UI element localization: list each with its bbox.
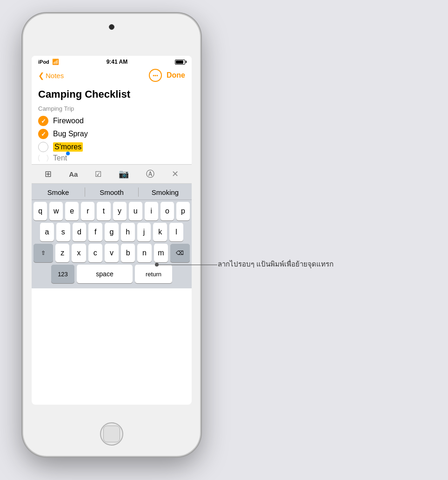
nav-bar: ❮ Notes ••• Done — [32, 67, 192, 85]
markup-icon[interactable]: Ⓐ — [146, 168, 154, 180]
key-j[interactable]: j — [137, 223, 151, 241]
key-q[interactable]: q — [33, 202, 47, 220]
camera — [109, 24, 114, 30]
annotation-line — [157, 265, 217, 265]
checkbox-smores[interactable] — [38, 142, 48, 152]
keyboard-row-2: a s d f g h j k l — [33, 223, 190, 241]
battery-icon — [175, 60, 185, 65]
scene: iPod 📶 9:41 AM ❮ Notes ••• — [0, 0, 448, 480]
table-icon[interactable]: ⊞ — [45, 169, 52, 179]
key-a[interactable]: a — [40, 223, 54, 241]
item-text-tent: Tent — [53, 155, 67, 161]
formatting-toolbar: ⊞ Aa ☑︎ 📷 Ⓐ ✕ — [32, 164, 192, 184]
nav-actions: ••• Done — [149, 69, 185, 82]
key-shift[interactable]: ⇧ — [33, 244, 53, 262]
key-z[interactable]: z — [55, 244, 69, 262]
key-h[interactable]: h — [121, 223, 135, 241]
annotation-text: ลากไปรอบๆ แป้นพิมพ์เพื่อย้ายจุดแทรก — [218, 259, 334, 270]
key-e[interactable]: e — [65, 202, 79, 220]
key-space[interactable]: space — [77, 265, 133, 283]
key-k[interactable]: k — [153, 223, 167, 241]
keyboard-row-1: q w e r t y u i o p — [33, 202, 190, 220]
key-d[interactable]: d — [73, 223, 87, 241]
checklist-item-tent[interactable]: Tent — [38, 155, 185, 161]
carrier-label: iPod 📶 — [38, 59, 59, 65]
status-bar: iPod 📶 9:41 AM — [32, 56, 192, 67]
device: iPod 📶 9:41 AM ❮ Notes ••• — [23, 14, 200, 456]
checkbox-firewood[interactable] — [38, 116, 48, 126]
font-icon[interactable]: Aa — [69, 170, 78, 178]
note-title[interactable]: Camping Checklist — [38, 88, 185, 100]
status-right — [175, 60, 185, 65]
keyboard-row-4: 123 space return — [33, 265, 190, 283]
annotation-dot — [155, 263, 159, 267]
back-button[interactable]: ❮ Notes — [38, 71, 64, 80]
more-icon: ••• — [153, 73, 158, 78]
screen: iPod 📶 9:41 AM ❮ Notes ••• — [32, 56, 192, 405]
key-m[interactable]: m — [154, 244, 168, 262]
keyboard-row-3: ⇧ z x c v b n m ⌫ — [33, 244, 190, 262]
key-numbers[interactable]: 123 — [51, 265, 74, 283]
more-button[interactable]: ••• — [149, 69, 162, 82]
autocorrect-smooth[interactable]: Smooth — [85, 188, 138, 196]
checkbox-tent[interactable] — [38, 155, 48, 161]
key-y[interactable]: y — [113, 202, 127, 220]
done-button[interactable]: Done — [167, 71, 185, 80]
key-t[interactable]: t — [97, 202, 110, 220]
key-g[interactable]: g — [105, 223, 119, 241]
key-b[interactable]: b — [121, 244, 135, 262]
key-i[interactable]: i — [145, 202, 158, 220]
back-label: Notes — [46, 72, 64, 80]
checklist-icon[interactable]: ☑︎ — [95, 170, 101, 179]
autocorrect-bar: Smoke Smooth Smoking — [32, 184, 192, 200]
key-delete[interactable]: ⌫ — [170, 244, 190, 262]
checklist-item-smores[interactable]: S'mores — [38, 142, 185, 152]
key-w[interactable]: w — [49, 202, 63, 220]
checklist-item-bugspray[interactable]: Bug Spray — [38, 129, 185, 139]
item-text-smores[interactable]: S'mores — [53, 142, 83, 152]
item-text-firewood: Firewood — [53, 117, 84, 125]
note-subtitle: Camping Trip — [38, 105, 185, 112]
checklist-item-firewood[interactable]: Firewood — [38, 116, 185, 126]
key-u[interactable]: u — [129, 202, 142, 220]
autocorrect-smoking[interactable]: Smoking — [139, 188, 192, 196]
item-text-bugspray: Bug Spray — [53, 130, 88, 138]
keyboard-bottom-padding — [33, 286, 190, 288]
autocorrect-smoke[interactable]: Smoke — [32, 188, 85, 196]
keyboard[interactable]: q w e r t y u i o p a s d f g — [32, 200, 192, 288]
key-f[interactable]: f — [88, 223, 102, 241]
key-r[interactable]: r — [81, 202, 94, 220]
close-icon[interactable]: ✕ — [172, 169, 179, 179]
key-p[interactable]: p — [176, 202, 190, 220]
key-v[interactable]: v — [105, 244, 119, 262]
camera-icon[interactable]: 📷 — [119, 169, 129, 179]
key-x[interactable]: x — [72, 244, 86, 262]
chevron-left-icon: ❮ — [38, 71, 44, 80]
key-return[interactable]: return — [135, 265, 172, 283]
checkbox-bugspray[interactable] — [38, 129, 48, 139]
status-time: 9:41 AM — [107, 59, 128, 65]
note-content: Camping Checklist Camping Trip Firewood … — [32, 85, 192, 161]
key-o[interactable]: o — [160, 202, 174, 220]
home-button-inner — [103, 426, 120, 442]
key-l[interactable]: l — [169, 223, 183, 241]
key-s[interactable]: s — [56, 223, 70, 241]
wifi-icon: 📶 — [52, 59, 59, 65]
home-button[interactable] — [100, 422, 123, 446]
key-n[interactable]: n — [137, 244, 151, 262]
key-c[interactable]: c — [88, 244, 102, 262]
